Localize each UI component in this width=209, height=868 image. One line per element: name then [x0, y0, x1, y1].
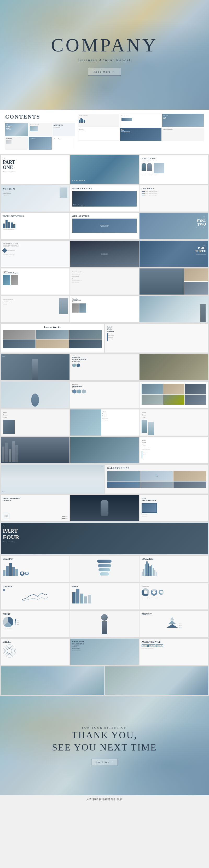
slide-about-project-4: AboutRecentProject Lorem ipsum dolorsit …	[140, 437, 208, 463]
slide-part-three: 03. PARTTHREE Business Annual Report	[140, 241, 208, 267]
slide-diagram: DIAGRAM	[1, 556, 69, 582]
slide-modern-style: MODERN STYLE Modern Photography	[70, 185, 139, 212]
hero-section: COMPANY Business Annual Report Read more…	[0, 0, 209, 110]
slide-clean-stats: CLEAN STATISTICS GRAPHIC 2020 Item Item	[1, 495, 69, 521]
slide-images-placeholder-1: IMAGES PLACEHOLDER LAYOUT	[70, 354, 139, 380]
thumb-6: Modern Style	[53, 137, 75, 150]
slide-row-17: CHART 36% 28% 36% Circular chart statist…	[0, 610, 209, 638]
slide-creative-3: Creative Minimal Slides Layout	[70, 382, 139, 408]
slide-row-10: AboutRecentProject AboutRecentProject Lo…	[0, 409, 209, 436]
slide-city	[1, 437, 69, 463]
slide-row-15: DIAGRAM	[0, 555, 209, 583]
slide-part-one: 01. PARTONE Business Annual Report	[1, 155, 69, 184]
slide-text-1: Generally speakinga lot of time ison thi…	[70, 269, 139, 294]
thankyou-section: FOR YOUR ATTENTION THANK YOU, SEE YOU NE…	[0, 696, 209, 795]
slide-person-walk: 40%	[1, 354, 69, 380]
slide-text-2: Generally speakinga lot of time ason usu…	[1, 296, 69, 322]
read-more-button[interactable]: Read more →	[88, 68, 121, 75]
thumb-r6: Creative Minimal	[162, 128, 204, 141]
slide-equalizer: EQUALIZER	[140, 556, 208, 582]
slide-row-8: 40% IMAGES PLACEHOLDER LAYOUT	[0, 353, 209, 381]
contents-label: CONTENTS	[5, 114, 75, 120]
slide-write-here: WRITE HERE SOMETHING ABOUT Lorem ipsum d…	[70, 639, 139, 665]
hero-subtitle: Business Annual Report	[78, 58, 131, 62]
end-slide-button[interactable]: End Slide →	[91, 759, 118, 765]
thumb-r3: Part Two 02.	[162, 114, 204, 127]
slide-creative-1: Creative Minimal Slides Layout	[1, 269, 69, 294]
slide-astronaut	[70, 495, 139, 521]
thumb-r2: Our Service	[120, 114, 162, 127]
slide-vision: VISION Lorem ipsum dolorsit amet consect…	[1, 185, 69, 212]
thumb-4: VISION	[5, 137, 28, 150]
thumb-r1: Social Networks	[78, 114, 119, 127]
slide-person-figure	[70, 611, 139, 637]
slide-agency-service: AGENCY SERVICE DESIGN CREATIVE DEVELOP L…	[140, 639, 208, 665]
slide-marble-blue-1	[1, 666, 104, 695]
slide-creative-2: Creative Minimal Slides Layout	[70, 296, 139, 322]
slide-row-6: Generally speakinga lot of time ason usu…	[0, 295, 209, 323]
slide-row-9: Creative Minimal Slides Layout	[0, 381, 209, 409]
thumb-r5: 03. PART THREE	[120, 128, 162, 141]
contents-section: CONTENTS 01. PARTONE Business Annual	[0, 110, 209, 154]
slide-part-two: 02. PARTTWO Business Annual Report	[140, 213, 208, 239]
thumb-3: ABOUT US WHO WE ARE	[53, 123, 75, 136]
slide-stacked-rings	[70, 556, 139, 582]
slide-ocean-photo: LAPSTIME	[70, 155, 139, 184]
slide-row-4: SOMETHING ABOUTCOMPANY PORTFOLIO Creativ…	[0, 240, 209, 268]
slide-row-18: CIRCLE WRITE HERE SOMETHING ABOUT Lorem …	[0, 638, 209, 665]
slide-row-13: CLEAN STATISTICS GRAPHIC 2020 Item Item …	[0, 494, 209, 522]
slide-person-ocean	[140, 296, 208, 322]
slide-social-networks: SOCIAL NETWORKS Facebook • Instagram • 5…	[1, 213, 69, 239]
slide-bars: BARS	[70, 583, 139, 610]
slide-row-2: VISION Lorem ipsum dolorsit amet consect…	[0, 185, 209, 212]
slide-graphic: GRAPHIC	[1, 583, 69, 610]
slide-about-us: ABOUT US WHO WE ARE Lorem ipsum dolor si…	[140, 155, 208, 184]
slide-building-photo: ArchitecturePhotography	[70, 241, 139, 267]
slide-colosseum	[140, 354, 208, 380]
slide-about-project-2: AboutRecentProject Lorem ipsumdolor sit …	[70, 409, 139, 436]
slide-latest-works-2: LatestWorksavailable Lorem ipsumdolor si…	[105, 324, 208, 352]
slide-row-14: 04. PARTFOUR Business Annual Report	[0, 522, 209, 555]
for-attention-text: FOR YOUR ATTENTION	[82, 726, 127, 729]
thumb-r4: Portfolio	[78, 128, 119, 141]
thank-you-text: THANK YOU, SEE YOU NEXT TIME	[52, 729, 157, 754]
thumb-1: 01. PARTONE	[5, 123, 28, 136]
slide-portfolio: SOMETHING ABOUTCOMPANY PORTFOLIO Creativ…	[1, 241, 69, 267]
slide-row-3: SOCIAL NETWORKS Facebook • Instagram • 5…	[0, 212, 209, 240]
slide-part-four: 04. PARTFOUR Business Annual Report	[1, 523, 208, 554]
slide-percent-pyramid: PERCENT 30% 45% 60%	[140, 611, 208, 637]
slides-wrapper: 01. PARTONE Business Annual Report LAPST…	[0, 154, 209, 696]
thumb-2: Business Annual	[29, 123, 52, 136]
watermark-text: 人图素材 精选素材 每日更新	[87, 798, 122, 801]
slide-row-7: Latest Works LatestWorksavailable Lorem …	[0, 323, 209, 353]
slide-row-11: AboutRecentProject Lorem ipsum dolorsit …	[0, 436, 209, 464]
slide-latest-works: Latest Works	[1, 324, 104, 352]
slide-row-19	[0, 665, 209, 696]
slide-row-5: Creative Minimal Slides Layout Generally…	[0, 268, 209, 295]
slide-row-12: 15% 1% GALLERY SLIDE 🔍	[0, 464, 209, 494]
slide-our-views: OUR VIEWS Lorem ipsum view text here Lor…	[140, 185, 208, 212]
slide-row-16: GRAPHIC BARS	[0, 583, 209, 610]
slide-snowy: 15% 1%	[1, 465, 104, 494]
slide-our-service: OUR SERVICE Creative ServicePresentation	[70, 213, 139, 239]
slide-marble-blue-2	[105, 666, 208, 695]
slide-about-project-1: AboutRecentProject	[1, 409, 69, 436]
slide-gallery: GALLERY SLIDE 🔍	[105, 465, 208, 494]
hero-title: COMPANY	[51, 34, 158, 56]
slide-about-project-3: AboutRecentProject	[140, 409, 208, 436]
slide-donut-charts: COMPARE Category A • Category B • Catego…	[140, 583, 208, 610]
slide-umbrella	[1, 382, 69, 408]
watermark: 人图素材 精选素材 每日更新	[0, 795, 209, 803]
slide-web-presentation: WEB PRESENTATION Lorem ipsumdolor sit am…	[140, 495, 208, 521]
slide-circle: CIRCLE	[1, 639, 69, 665]
slide-hexagon-imgs	[140, 382, 208, 408]
slide-row-1: 01. PARTONE Business Annual Report LAPST…	[0, 154, 209, 185]
thumb-5: Our Views	[29, 137, 52, 150]
slide-waterfall	[70, 437, 139, 463]
slide-chart: CHART 36% 28% 36% Circular chart statist…	[1, 611, 69, 637]
slide-img-col	[140, 269, 208, 294]
